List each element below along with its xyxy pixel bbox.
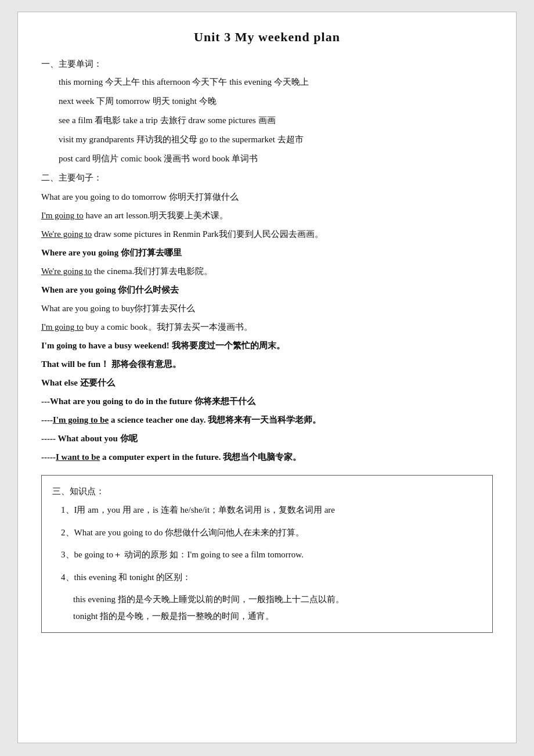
k1-index: 1 — [61, 505, 66, 514]
vocab-row-2: next week 下周 tomorrow 明天 tonight 今晚 — [41, 93, 493, 109]
vocab-row-5: post card 明信片 comic book 漫画书 word book 单… — [41, 151, 493, 167]
sentence-11: ---What are you going to do in the futur… — [41, 393, 493, 410]
sentence-5: When are you going 你们什么时候去 — [41, 281, 493, 298]
underline-span: We're going to — [41, 267, 92, 276]
page-title: Unit 3 My weekend plan — [41, 30, 493, 45]
page-container: Unit 3 My weekend plan 一、主要单词： this morn… — [17, 12, 517, 743]
sentence-7: I'm going to buy a comic book。我打算去买一本漫画书… — [41, 318, 493, 336]
sentence-0: What are you going to do tomorrow 你明天打算做… — [41, 188, 493, 206]
k3-index: 3 — [61, 550, 66, 559]
sentence-8: I'm going to have a busy weekend! 我将要度过一… — [41, 337, 493, 354]
knowledge-item-2: 2、What are you going to do 你想做什么询问他人在未来的… — [52, 524, 482, 541]
sentence-10: What else 还要什么 — [41, 374, 493, 391]
knowledge-box: 三、知识点： 1、I用 am，you 用 are，is 连着 he/she/it… — [41, 475, 493, 633]
section3-heading: 三、知识点： — [52, 486, 482, 497]
vocab-section: 一、主要单词： this morning 今天上午 this afternoon… — [41, 59, 493, 167]
sentence-12: ----I'm going to be a science teacher on… — [41, 411, 493, 429]
knowledge-sub-1: this evening 指的是今天晚上睡觉以前的时间，一般指晚上十二点以前。 — [52, 591, 482, 608]
underline-span: I'm going to — [41, 322, 84, 332]
sentence-4: We're going to the cinema.我们打算去电影院。 — [41, 262, 493, 280]
underline-span: I'm going to be — [53, 415, 109, 424]
underline-span: We're going to — [41, 229, 92, 239]
knowledge-item-3: 3、be going to＋ 动词的原形 如：I'm going to see … — [52, 546, 482, 563]
sentence-13: ----- What about you 你呢 — [41, 430, 493, 447]
underline-span: I want to be — [56, 452, 100, 462]
vocab-row-1: this morning 今天上午 this afternoon 今天下午 th… — [41, 74, 493, 90]
sentences-section: 二、主要句子： What are you going to do tomorro… — [41, 172, 493, 466]
underline-span: I'm going to — [41, 211, 84, 220]
section1-heading: 一、主要单词： — [41, 59, 493, 70]
knowledge-sub-2: tonight 指的是今晚，一般是指一整晚的时间，通宵。 — [52, 608, 482, 625]
section2-heading: 二、主要句子： — [41, 172, 493, 183]
knowledge-item-1: 1、I用 am，you 用 are，is 连着 he/she/it；单数名词用 … — [52, 502, 482, 519]
sentence-14: -----I want to be a computer expert in t… — [41, 448, 493, 466]
vocab-row-3: see a film 看电影 take a trip 去旅行 draw some… — [41, 113, 493, 128]
sentence-3: Where are you going 你们打算去哪里 — [41, 244, 493, 261]
sentence-1: I'm going to have an art lesson.明天我要上美术课… — [41, 207, 493, 224]
sentence-2: We're going to draw some pictures in Ren… — [41, 225, 493, 243]
knowledge-item-4: 4、this evening 和 tonight 的区别： — [52, 569, 482, 586]
k4-index: 4 — [61, 573, 66, 582]
vocab-row-4: visit my grandparents 拜访我的祖父母 go to the … — [41, 132, 493, 147]
sentence-9: That will be fun！ 那将会很有意思。 — [41, 355, 493, 373]
sentence-6: What are you going to buy你打算去买什么 — [41, 300, 493, 317]
k2-index: 2 — [61, 528, 66, 537]
